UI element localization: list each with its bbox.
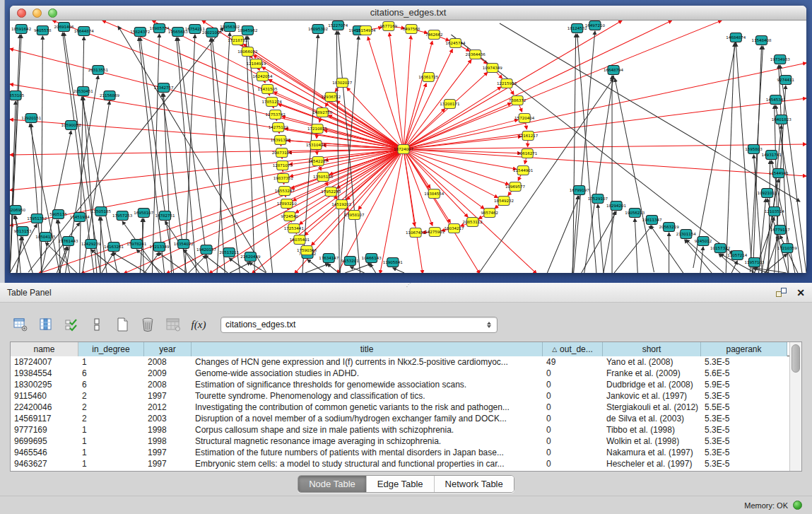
table-cell[interactable]: 5.3E-5 [701, 447, 787, 458]
scrollbar-thumb[interactable] [792, 344, 800, 373]
network-node[interactable]: 12215913 [497, 79, 517, 88]
table-row[interactable]: 1456911722003Disruption of a novel membe… [11, 413, 789, 424]
table-cell[interactable]: 18300295 [11, 379, 78, 390]
network-node[interactable]: 16035401 [290, 235, 310, 245]
network-node[interactable]: 19420157 [196, 245, 217, 255]
network-node[interactable]: 17634147 [319, 254, 339, 263]
table-cell[interactable]: Disruption of a novel member of a sodium… [192, 413, 543, 424]
network-node[interactable]: 16245744 [445, 39, 466, 48]
function-builder-button[interactable]: f(x) [188, 314, 209, 335]
table-cell[interactable]: 19384554 [11, 368, 78, 379]
network-node[interactable]: 16779117 [770, 226, 791, 235]
network-node[interactable]: 18302027 [332, 78, 353, 88]
table-cell[interactable]: 1998 [144, 436, 192, 447]
table-cell[interactable]: 5.3E-5 [701, 390, 787, 402]
window-close-button[interactable] [17, 8, 26, 18]
network-node[interactable]: 18354072 [174, 240, 194, 249]
network-node[interactable]: 20530451 [73, 87, 93, 96]
network-node[interactable]: 9677169 [380, 22, 398, 31]
network-node[interactable]: 15824372 [130, 28, 150, 37]
show-columns-button[interactable] [35, 314, 57, 335]
network-node[interactable]: 11905841 [383, 258, 403, 267]
table-cell[interactable]: 2 [78, 390, 144, 402]
table-vertical-scrollbar[interactable] [789, 342, 801, 471]
network-node[interactable]: 10969577 [505, 182, 526, 192]
network-node[interactable]: 12184919 [246, 59, 266, 69]
network-node[interactable]: 15956302 [220, 23, 240, 32]
table-cell[interactable]: 1 [78, 436, 144, 447]
table-row[interactable]: 977716911998Corpus callosum shape and si… [11, 424, 789, 436]
network-node[interactable]: 21301154 [676, 230, 697, 239]
row-options-button[interactable] [86, 314, 107, 335]
network-node[interactable]: 9724540 [281, 212, 299, 221]
table-cell[interactable]: 1997 [144, 447, 192, 458]
table-cell[interactable]: 5.5E-5 [701, 402, 787, 413]
network-node[interactable]: 20873101 [272, 148, 292, 158]
network-node[interactable]: 14275122 [269, 123, 288, 132]
network-node[interactable]: 18591642 [11, 25, 31, 34]
select-all-button[interactable] [61, 314, 82, 335]
network-node[interactable]: 9153201 [341, 257, 359, 266]
create-column-button[interactable] [112, 314, 133, 335]
table-cell[interactable]: Tibbo et al. (1998) [603, 424, 701, 436]
table-cell[interactable]: 9699695 [11, 436, 78, 447]
network-node[interactable]: 11067432 [406, 228, 425, 238]
table-row[interactable]: 911546021997Tourette syndrome. Phenomeno… [11, 390, 789, 402]
network-node[interactable]: 19056213 [625, 209, 645, 218]
network-node[interactable]: 15978241 [126, 240, 146, 249]
network-node[interactable]: 17253441 [284, 224, 304, 233]
table-cell[interactable]: 5.6E-5 [701, 368, 787, 379]
table-cell[interactable]: Embryonic stem cells: a model to study s… [192, 458, 543, 469]
column-header-short[interactable]: short [603, 342, 701, 356]
network-node[interactable]: 16095302 [308, 25, 328, 34]
network-node[interactable]: 12936712 [321, 93, 341, 102]
delete-columns-button[interactable] [137, 314, 158, 335]
network-node[interactable]: 13505185 [91, 207, 112, 216]
table-cell[interactable]: 9115460 [11, 390, 78, 402]
table-cell[interactable]: 2 [78, 402, 144, 413]
network-node[interactable]: 19734933 [770, 55, 791, 64]
network-canvas-svg[interactable]: 1859164294055782069140616644874158243721… [10, 21, 806, 273]
table-cell[interactable]: Jankovic et al. (1997) [603, 390, 701, 402]
table-cell[interactable]: 5.9E-5 [701, 379, 787, 390]
table-cell[interactable]: Structural magnetic resonance image aver… [192, 436, 543, 447]
table-cell[interactable]: 1998 [144, 424, 192, 436]
network-node[interactable]: 19837351 [273, 174, 293, 183]
table-cell[interactable]: 6 [78, 379, 144, 390]
network-node[interactable]: 15720404 [514, 114, 535, 123]
column-header-title[interactable]: title [192, 342, 543, 356]
network-node[interactable]: 20853112 [463, 218, 483, 227]
table-cell[interactable]: 5.3E-5 [701, 458, 787, 469]
table-cell[interactable]: 5.3E-5 [701, 424, 787, 436]
column-header-name[interactable]: name [11, 342, 78, 356]
table-row[interactable]: 1872400712008Changes of HCN gene express… [11, 356, 789, 368]
table-row[interactable]: 1830029562008Estimation of significance … [11, 379, 789, 390]
network-node[interactable]: 16958107 [134, 209, 154, 218]
network-node[interactable]: 18294201 [606, 201, 626, 211]
network-node[interactable]: 7462662 [425, 30, 443, 40]
splitter-grip[interactable]: ⋰ [406, 284, 416, 286]
table-cell[interactable]: 2003 [144, 413, 192, 424]
table-cell[interactable]: 1 [78, 424, 144, 436]
network-node[interactable]: 20691406 [54, 23, 74, 32]
network-node[interactable]: 14684874 [726, 33, 746, 42]
close-panel-icon[interactable]: ✕ [796, 288, 805, 298]
table-cell[interactable]: 2009 [144, 368, 192, 379]
table-cell[interactable]: 1 [78, 458, 144, 469]
table-cell[interactable]: Tourette syndrome. Phenomenology and cla… [192, 390, 543, 402]
network-node[interactable]: 20364436 [466, 50, 486, 59]
network-node[interactable]: 19384554 [424, 189, 445, 199]
table-cell[interactable]: 22420046 [11, 402, 78, 413]
network-node[interactable]: 10921011 [758, 189, 777, 198]
network-node[interactable]: 12753742 [266, 110, 286, 119]
table-cell[interactable]: 9465546 [11, 447, 78, 458]
network-node[interactable]: 21620439 [240, 252, 261, 262]
table-cell[interactable]: de Silva et al. (2003) [603, 413, 701, 424]
table-cell[interactable]: 0 [543, 413, 603, 424]
table-cell[interactable]: 0 [543, 458, 603, 469]
table-row[interactable]: 946554611997Estimation of the future num… [11, 447, 789, 458]
network-node[interactable]: 10590052 [61, 121, 81, 130]
column-header-out_de[interactable]: △out_de... [543, 342, 603, 356]
table-row[interactable]: 1938455462009Genome-wide association stu… [11, 368, 789, 379]
delete-table-button[interactable] [163, 314, 184, 335]
